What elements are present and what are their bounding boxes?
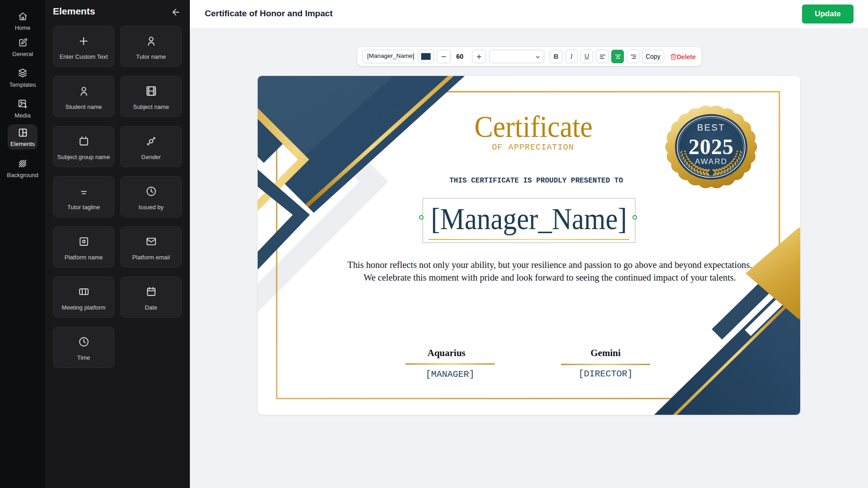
svg-text:AWARD: AWARD — [695, 157, 727, 166]
